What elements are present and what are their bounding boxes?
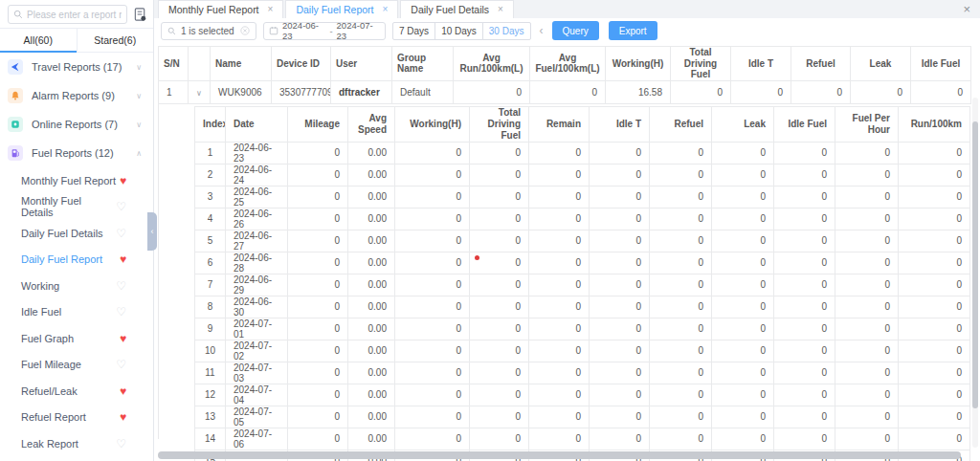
detail-cell: 0 [774, 296, 835, 318]
detail-cell: 0 [395, 428, 470, 450]
category-label: Travel Reports (17) [32, 61, 127, 73]
sidebar-category-online[interactable]: Online Reports (7) ∨ [0, 110, 153, 139]
group-cell: Default [392, 80, 454, 103]
close-icon[interactable]: × [383, 5, 389, 14]
detail-cell: 5 [195, 230, 226, 252]
avg-run-cell: 0 [454, 80, 530, 103]
detail-cell: 0 [899, 384, 970, 406]
detail-column-header: Run/100km [899, 106, 970, 142]
close-icon[interactable]: × [268, 5, 274, 14]
sidebar-item-idle-fuel[interactable]: Idle Fuel♡ [0, 299, 153, 326]
detail-cell: 0 [774, 340, 835, 362]
heart-filled-icon[interactable]: ♥ [120, 411, 126, 423]
tab-monthly-fuel-report[interactable]: Monthly Fuel Report × [158, 0, 283, 18]
detail-cell: 9 [195, 318, 226, 340]
device-select[interactable]: 1 is selected [161, 22, 256, 40]
summary-row[interactable]: 1 ∨ WUK9006 353077770922 dftracker Defau… [159, 80, 971, 103]
sidebar-item-label: Leak Report [21, 438, 78, 450]
detail-cell: 0 [835, 318, 899, 340]
sidebar-item-monthly-fuel-report[interactable]: Monthly Fuel Report♥ [0, 167, 153, 194]
range-10days-button[interactable]: 10 Days [434, 22, 483, 40]
heart-filled-icon[interactable]: ♥ [120, 333, 126, 344]
detail-cell: 0 [590, 384, 650, 406]
sidebar-item-fuel-graph[interactable]: Fuel Graph♥ [0, 325, 153, 352]
detail-cell: 0 [899, 252, 970, 274]
range-30days-button[interactable]: 30 Days [482, 22, 531, 40]
detail-row: 42024-06-2600.00000000000 [195, 208, 970, 230]
detail-cell: 0 [395, 296, 470, 318]
heart-filled-icon[interactable]: ♥ [120, 175, 126, 187]
detail-cell: 0 [529, 274, 590, 296]
detail-cell: 0 [470, 384, 529, 406]
detail-cell: 0 [835, 208, 899, 230]
heart-filled-icon[interactable]: ♥ [120, 385, 126, 397]
tab-daily-fuel-details[interactable]: Daily Fuel Details × [400, 0, 514, 18]
summary-table: S/NNameDevice IDUserGroup NameAvg Run/10… [158, 46, 971, 104]
heart-outline-icon[interactable]: ♡ [116, 438, 126, 450]
vertical-scrollbar[interactable] [972, 98, 978, 448]
sidebar-item-monthly-fuel-details[interactable]: Monthly Fuel Details♡ [0, 194, 153, 221]
detail-cell: 1 [195, 142, 226, 164]
report-settings-icon[interactable] [133, 7, 147, 22]
alarm-reports-icon [8, 88, 23, 103]
detail-cell: 0 [899, 186, 970, 208]
sidebar-item-leak-report[interactable]: Leak Report♡ [0, 430, 153, 457]
query-button[interactable]: Query [552, 21, 599, 40]
sidebar-item-daily-fuel-report[interactable]: Daily Fuel Report♥ [0, 247, 153, 274]
heart-outline-icon[interactable]: ♡ [116, 306, 126, 318]
export-button[interactable]: Export [609, 21, 657, 40]
heart-outline-icon[interactable]: ♡ [116, 201, 126, 212]
detail-cell: 0 [835, 362, 899, 384]
detail-cell: 0.00 [348, 186, 395, 208]
tab-daily-fuel-report[interactable]: Daily Fuel Report × [285, 0, 398, 18]
detail-row: 32024-06-2500.00000000000 [195, 186, 970, 208]
expanded-row-border [158, 95, 159, 439]
detail-cell: 0 [590, 428, 650, 450]
sidebar-category-travel[interactable]: Travel Reports (17) ∨ [0, 53, 153, 81]
heart-outline-icon[interactable]: ♡ [116, 228, 126, 239]
heart-outline-icon[interactable]: ♡ [116, 280, 126, 292]
detail-cell: 0.00 [348, 252, 395, 274]
heart-filled-icon[interactable]: ♥ [120, 253, 126, 265]
summary-column-header: Idle Fuel [911, 47, 971, 81]
sidebar-tab-stared[interactable]: Stared(6) [77, 29, 154, 52]
date-to[interactable]: 2024-07-23 [337, 20, 380, 41]
sidebar-item-fuel-trend[interactable]: Fuel Trend♡ [0, 457, 153, 461]
detail-cell: 2024-07-03 [226, 362, 288, 384]
summary-column-header: User [331, 47, 392, 81]
sidebar-item-refuel-report[interactable]: Refuel Report♥ [0, 405, 153, 431]
panel-close-icon[interactable]: × [963, 2, 970, 16]
vertical-scrollbar-thumb[interactable] [972, 121, 978, 408]
chevron-left-icon[interactable]: ‹ [540, 24, 544, 37]
sidebar-item-label: Idle Fuel [21, 306, 61, 318]
search-input[interactable] [27, 10, 122, 20]
detail-cell: 0 [774, 428, 835, 450]
sidebar-collapse-handle[interactable]: ‹ [147, 212, 157, 251]
date-from[interactable]: 2024-06-23 [282, 20, 325, 41]
sidebar-item-working[interactable]: Working♡ [0, 273, 153, 299]
date-range-picker[interactable]: 2024-06-23 - 2024-07-23 [263, 22, 386, 40]
sidebar-item-refuel-leak[interactable]: Refuel/Leak♥ [0, 378, 153, 405]
report-search-box[interactable] [8, 5, 127, 24]
sidebar-item-daily-fuel-details[interactable]: Daily Fuel Details♡ [0, 220, 153, 247]
sidebar-tab-all[interactable]: All(60) [0, 29, 77, 52]
range-7days-button[interactable]: 7 Days [392, 22, 435, 40]
horizontal-scrollbar[interactable] [158, 451, 969, 459]
detail-cell: 4 [195, 208, 226, 230]
detail-cell: 0 [835, 186, 899, 208]
horizontal-scrollbar-thumb[interactable] [158, 451, 961, 459]
heart-outline-icon[interactable]: ♡ [116, 359, 126, 370]
sidebar-category-fuel[interactable]: Fuel Reports (12) ∧ [0, 139, 153, 167]
sidebar-item-label: Working [21, 280, 59, 292]
detail-cell: 0 [774, 384, 835, 406]
close-icon[interactable]: × [498, 5, 503, 14]
detail-row: 22024-06-2400.00000000000 [195, 164, 970, 186]
clear-selection-icon[interactable] [240, 26, 250, 35]
detail-cell: 0 [712, 142, 774, 164]
detail-cell: 0 [650, 142, 712, 164]
sidebar-item-fuel-mileage[interactable]: Fuel Mileage♡ [0, 352, 153, 379]
row-expand-icon[interactable]: ∨ [196, 89, 202, 98]
summary-column-header: Leak [851, 47, 911, 81]
detail-cell: 0 [774, 186, 835, 208]
sidebar-category-alarm[interactable]: Alarm Reports (9) ∨ [0, 81, 153, 110]
